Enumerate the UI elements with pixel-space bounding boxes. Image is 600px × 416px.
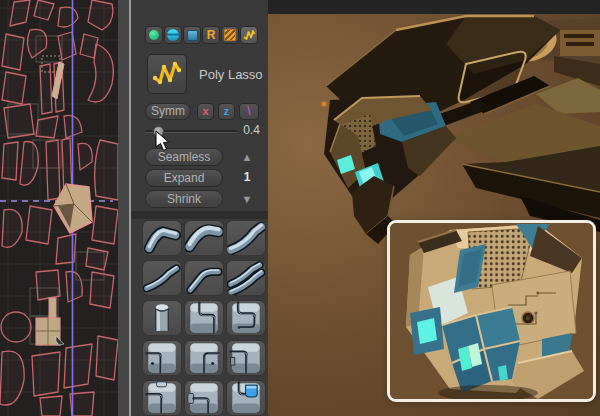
thumbnail-grid-divider: [131, 211, 268, 219]
pattern-thumbnail-panel-s-groove-2[interactable]: [226, 300, 266, 336]
pattern-thumbnail-pipe-thin-curve[interactable]: [142, 260, 182, 296]
green-dot-button[interactable]: [145, 26, 163, 44]
pattern-thumbnail-panel-corner[interactable]: [142, 340, 182, 376]
blue-square-button[interactable]: [183, 26, 201, 44]
symmetry-slider-value: 0.4: [232, 123, 260, 137]
poly-lasso-button[interactable]: [147, 54, 187, 94]
scene-viewport[interactable]: [268, 0, 600, 416]
axis-x-button[interactable]: x: [197, 103, 214, 120]
poly-lasso-icon: [151, 60, 183, 88]
pattern-thumbnail-pipe-double-curve[interactable]: [226, 260, 266, 296]
pattern-thumbnail-panel-tab[interactable]: [184, 380, 224, 416]
stepper-value: 1: [238, 170, 256, 184]
poly-lasso-label: Poly Lasso: [199, 67, 263, 82]
mouse-cursor: [155, 130, 171, 152]
pattern-thumbnail-pipe-thin-bend[interactable]: [184, 260, 224, 296]
blue-square-icon: [187, 30, 198, 41]
symm-button[interactable]: Symm: [145, 103, 191, 120]
surforge-window: Surforge R Poly Lasso Symm x z \ 0.4 Sea…: [0, 0, 600, 416]
green-dot-icon: [149, 30, 159, 40]
cyan-sphere-icon: [167, 29, 179, 41]
pattern-thumbnail-panel-corner-3[interactable]: [226, 340, 266, 376]
material-preview-inset: [387, 220, 596, 402]
pattern-thumbnail-panel-corner-2[interactable]: [184, 340, 224, 376]
pattern-thumbnail-pipe-elbow[interactable]: [184, 220, 224, 256]
r-glyph-icon: R: [207, 28, 216, 42]
scene-render: [268, 14, 600, 416]
poly-line-icon: [242, 28, 256, 42]
hatch-pattern-button[interactable]: [221, 26, 239, 44]
stepper-up-button[interactable]: ▲: [238, 150, 256, 164]
shrink-button[interactable]: Shrink: [145, 190, 223, 208]
preview-helmet-render: [390, 223, 593, 399]
viewport-topbar: [268, 0, 600, 14]
axis-z-button[interactable]: z: [218, 103, 235, 120]
pattern-thumbnail-panel-corner-4[interactable]: [142, 380, 182, 416]
pattern-thumbnail-panel-blue-glow[interactable]: [226, 380, 266, 416]
pattern-thumbnail-pipe-curve[interactable]: [226, 220, 266, 256]
pattern-thumbnail-panel-s-groove[interactable]: [184, 300, 224, 336]
expand-button[interactable]: Expand: [145, 169, 223, 187]
uv-editor-viewport[interactable]: [0, 0, 118, 416]
pattern-thumbnail-cylinder-cap[interactable]: [142, 300, 182, 336]
pattern-thumbnail-pipe-elbow-steep[interactable]: [142, 220, 182, 256]
poly-line-button[interactable]: [240, 26, 258, 44]
axis-diagonal-button[interactable]: \: [239, 103, 259, 120]
pane-divider[interactable]: [118, 0, 131, 416]
hatch-pattern-icon: [224, 29, 236, 41]
uv-wireframe: [0, 0, 118, 416]
r-button[interactable]: R: [202, 26, 220, 44]
cyan-sphere-button[interactable]: [164, 26, 182, 44]
stepper-down-button[interactable]: ▼: [238, 192, 256, 206]
